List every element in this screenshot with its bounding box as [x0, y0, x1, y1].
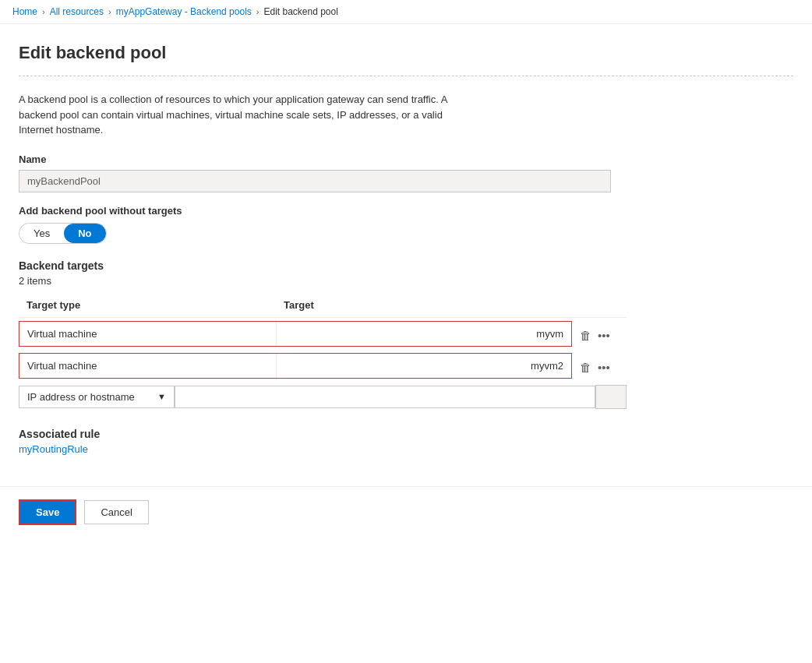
- breadcrumb-sep-2: ›: [108, 7, 111, 16]
- row1-more-icon[interactable]: •••: [598, 329, 610, 342]
- col-target-header: Target: [276, 296, 627, 314]
- toggle-group: Yes No: [19, 223, 107, 244]
- section-divider: [19, 76, 793, 76]
- targets-section-label: Backend targets: [19, 259, 793, 272]
- name-label: Name: [19, 153, 793, 165]
- breadcrumb-app-gateway[interactable]: myAppGateway - Backend pools: [116, 6, 252, 17]
- table-header: Target type Target: [19, 293, 627, 318]
- breadcrumb-current: Edit backend pool: [263, 6, 337, 17]
- table-row: Virtual machine myvm 🗑 •••: [19, 321, 627, 350]
- table-row: Virtual machine myvm2 🗑 •••: [19, 353, 627, 382]
- target-value-input[interactable]: [175, 386, 595, 408]
- cancel-button[interactable]: Cancel: [84, 500, 148, 524]
- breadcrumb-sep-3: ›: [256, 7, 259, 16]
- page-title: Edit backend pool: [19, 43, 793, 63]
- associated-rule-label: Associated rule: [19, 428, 793, 440]
- breadcrumb-all-resources[interactable]: All resources: [50, 6, 104, 17]
- description-text: A backend pool is a collection of resour…: [19, 92, 471, 138]
- breadcrumb: Home › All resources › myAppGateway - Ba…: [0, 0, 812, 24]
- row1-type: Virtual machine: [19, 322, 277, 346]
- toggle-label: Add backend pool without targets: [19, 205, 793, 217]
- footer: Save Cancel: [0, 486, 812, 538]
- row2-target: myvm2: [277, 354, 571, 378]
- new-target-row: IP address or hostname ▼: [19, 385, 627, 409]
- add-target-button[interactable]: [595, 385, 627, 409]
- name-input[interactable]: [19, 170, 611, 192]
- row2-delete-icon[interactable]: 🗑: [580, 361, 591, 374]
- items-count: 2 items: [19, 275, 793, 287]
- row2-type: Virtual machine: [19, 354, 277, 378]
- target-type-select-label: IP address or hostname: [27, 391, 135, 403]
- chevron-down-icon: ▼: [157, 392, 166, 401]
- toggle-yes[interactable]: Yes: [19, 224, 64, 243]
- backend-targets-section: Backend targets 2 items Target type Targ…: [19, 259, 793, 409]
- breadcrumb-sep-1: ›: [42, 7, 45, 16]
- associated-rule-section: Associated rule myRoutingRule: [19, 428, 793, 455]
- row1-target: myvm: [277, 322, 571, 346]
- row2-actions: 🗑 •••: [572, 358, 627, 377]
- target-type-select[interactable]: IP address or hostname ▼: [19, 386, 175, 408]
- row1-actions: 🗑 •••: [572, 326, 627, 345]
- save-button[interactable]: Save: [19, 499, 76, 525]
- col-type-header: Target type: [19, 296, 276, 314]
- row2-more-icon[interactable]: •••: [598, 361, 610, 374]
- toggle-no[interactable]: No: [64, 224, 105, 243]
- associated-rule-link[interactable]: myRoutingRule: [19, 443, 88, 455]
- breadcrumb-home[interactable]: Home: [12, 6, 37, 17]
- row1-delete-icon[interactable]: 🗑: [580, 329, 591, 342]
